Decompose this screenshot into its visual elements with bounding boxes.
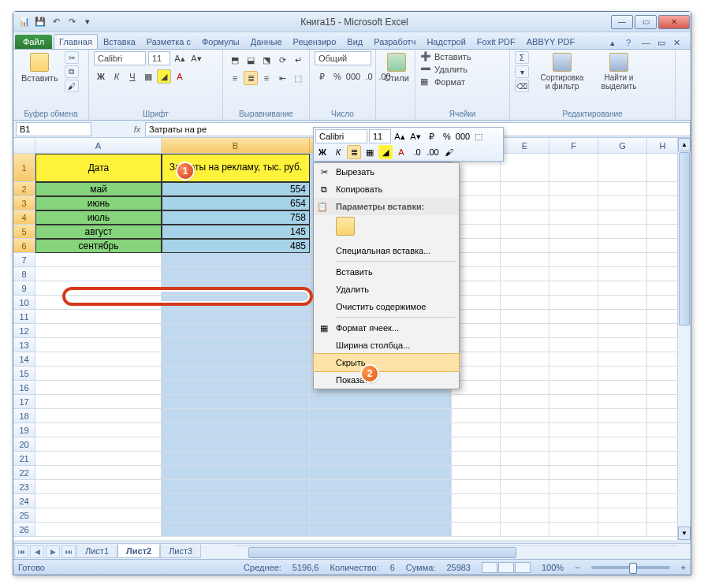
cell-A3[interactable]: июнь (35, 196, 162, 210)
cell-F1[interactable] (549, 154, 598, 182)
scroll-up-icon[interactable]: ▲ (678, 138, 691, 151)
mini-percent-icon[interactable]: % (440, 129, 454, 143)
font-color-icon[interactable]: A (173, 69, 187, 84)
cell-D18[interactable] (452, 409, 501, 423)
cell-A23[interactable] (35, 480, 162, 494)
cell-F9[interactable] (549, 281, 598, 296)
column-header-F[interactable]: F (549, 138, 598, 154)
cell-C23[interactable] (310, 480, 452, 494)
sheet-nav-prev-icon[interactable]: ◀ (30, 545, 44, 558)
cell-G11[interactable] (598, 310, 647, 324)
cell-D21[interactable] (452, 452, 501, 466)
row-header-13[interactable]: 13 (13, 338, 35, 352)
cell-C21[interactable] (310, 452, 452, 466)
ctx-paste-special[interactable]: Специальная вставка... (314, 242, 459, 259)
cell-B17[interactable] (162, 395, 310, 409)
cell-F11[interactable] (549, 310, 598, 324)
cell-H8[interactable] (647, 267, 679, 281)
ctx-hide[interactable]: Скрыть (313, 353, 460, 372)
cell-F18[interactable] (549, 409, 598, 423)
cell-G2[interactable] (598, 182, 647, 196)
doc-close-icon[interactable]: ✕ (673, 38, 684, 49)
cell-E24[interactable] (501, 494, 549, 508)
cell-D20[interactable] (452, 437, 501, 452)
cell-H13[interactable] (647, 338, 679, 352)
cell-B13[interactable] (162, 338, 310, 352)
cell-E14[interactable] (501, 352, 549, 367)
minimize-button[interactable]: — (611, 15, 633, 29)
cell-H12[interactable] (647, 324, 679, 338)
cell-H3[interactable] (647, 196, 679, 210)
cell-F20[interactable] (549, 437, 598, 452)
cell-A26[interactable] (35, 523, 162, 537)
cell-D23[interactable] (452, 480, 501, 494)
cell-H26[interactable] (647, 523, 679, 537)
row-header-26[interactable]: 26 (13, 523, 35, 537)
mini-font-name[interactable]: Calibri (315, 129, 367, 143)
cell-A8[interactable] (35, 267, 162, 281)
cell-G9[interactable] (598, 281, 647, 296)
ctx-delete[interactable]: Удалить (314, 281, 459, 298)
cell-A19[interactable] (35, 423, 162, 437)
cell-E23[interactable] (501, 480, 549, 494)
column-header-G[interactable]: G (598, 138, 647, 154)
row-header-8[interactable]: 8 (13, 267, 35, 281)
sheet-nav-first-icon[interactable]: ⏮ (14, 545, 28, 558)
italic-button[interactable]: К (110, 69, 124, 84)
cell-E15[interactable] (501, 367, 549, 381)
tab-abbyy[interactable]: ABBYY PDF (521, 34, 581, 49)
number-format-combo[interactable]: Общий (315, 51, 371, 65)
scroll-down-icon[interactable]: ▼ (678, 527, 691, 540)
mini-shrink-font-icon[interactable]: A▾ (408, 129, 423, 143)
cell-C22[interactable] (310, 466, 452, 480)
row-header-20[interactable]: 20 (13, 437, 35, 452)
copy-icon[interactable]: ⧉ (65, 65, 79, 78)
bold-button[interactable]: Ж (94, 69, 108, 84)
cell-H22[interactable] (647, 466, 679, 480)
tab-data[interactable]: Данные (245, 34, 288, 49)
cell-E26[interactable] (501, 523, 549, 537)
cell-H15[interactable] (647, 367, 679, 381)
cell-F24[interactable] (549, 494, 598, 508)
cell-C24[interactable] (310, 494, 452, 508)
cell-G23[interactable] (598, 480, 647, 494)
scroll-thumb[interactable] (679, 152, 690, 326)
row-header-17[interactable]: 17 (13, 395, 35, 409)
mini-fill-icon[interactable]: ◢ (378, 145, 393, 159)
cell-F25[interactable] (549, 508, 598, 523)
mini-comma-icon[interactable]: 000 (456, 129, 470, 143)
view-pagelayout-icon[interactable] (498, 562, 514, 573)
cell-F5[interactable] (549, 225, 598, 239)
ctx-show[interactable]: Показать (314, 371, 459, 389)
mini-border-icon[interactable]: ▦ (363, 145, 377, 159)
cell-H5[interactable] (647, 225, 679, 239)
sheet-tab-1[interactable]: Лист1 (76, 545, 117, 558)
cell-H1[interactable] (647, 154, 679, 182)
cell-F23[interactable] (549, 480, 598, 494)
qat-dropdown-icon[interactable]: ▾ (81, 16, 94, 28)
cells-format-button[interactable]: ▦Формат (420, 76, 465, 87)
cell-H10[interactable] (647, 296, 679, 310)
cell-H4[interactable] (647, 210, 679, 225)
indent-dec-icon[interactable]: ⇤ (275, 71, 289, 85)
cell-A4[interactable]: июль (35, 210, 162, 225)
wrap-text-icon[interactable]: ↵ (291, 53, 305, 67)
cell-E5[interactable] (501, 225, 549, 239)
cell-F10[interactable] (549, 296, 598, 310)
merge-icon[interactable]: ⬚ (291, 71, 305, 85)
format-painter-icon[interactable]: 🖌 (65, 80, 79, 92)
row-header-3[interactable]: 3 (13, 196, 35, 210)
cell-E9[interactable] (501, 281, 549, 296)
mini-grow-font-icon[interactable]: A▴ (393, 129, 407, 143)
cell-H23[interactable] (647, 480, 679, 494)
cell-A21[interactable] (35, 452, 162, 466)
cell-E25[interactable] (501, 508, 549, 523)
cell-B26[interactable] (162, 523, 310, 537)
cell-H11[interactable] (647, 310, 679, 324)
column-header-B[interactable]: B (162, 138, 310, 154)
cell-H9[interactable] (647, 281, 679, 296)
cell-A20[interactable] (35, 437, 162, 452)
cell-B12[interactable] (162, 324, 310, 338)
underline-button[interactable]: Ч (125, 69, 140, 84)
select-all-corner[interactable] (13, 138, 35, 154)
